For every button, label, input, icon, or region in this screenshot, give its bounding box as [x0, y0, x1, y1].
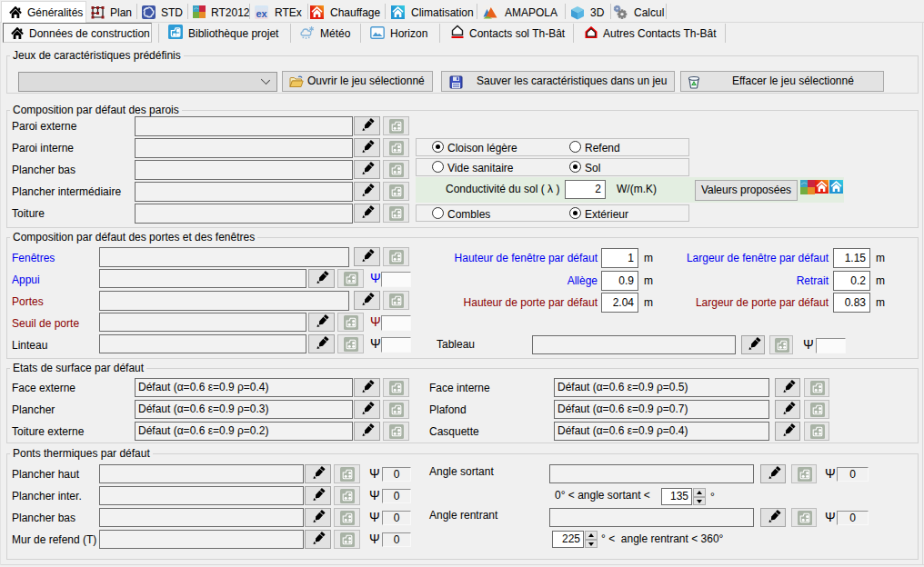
svg-text:ex: ex — [256, 8, 267, 19]
